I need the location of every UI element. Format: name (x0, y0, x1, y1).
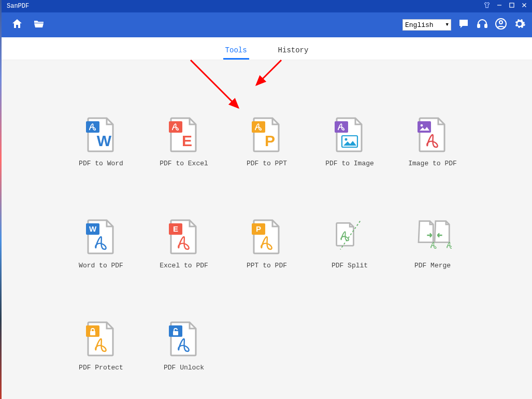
tool-excel-to-pdf[interactable]: E Excel to PDF (153, 219, 215, 269)
tool-pdf-split[interactable]: PDF Split (319, 219, 381, 269)
tool-pdf-to-word[interactable]: W PDF to Word (70, 117, 132, 167)
minimize-button[interactable] (496, 2, 503, 11)
pdf-merge-icon (418, 219, 448, 254)
excel-to-pdf-label: Excel to PDF (160, 262, 208, 269)
pdf-to-excel-icon: E (169, 117, 199, 152)
dropdown-icon: ▼ (446, 22, 449, 27)
image-to-pdf-icon (418, 117, 448, 152)
tab-tools[interactable]: Tools (220, 46, 252, 60)
svg-rect-34 (173, 331, 178, 335)
svg-text:P: P (256, 224, 261, 233)
pdf-to-word-label: PDF to Word (79, 160, 123, 167)
feedback-icon[interactable] (457, 18, 470, 32)
excel-to-pdf-icon: E (169, 219, 199, 254)
account-icon[interactable] (495, 18, 507, 32)
pdf-split-icon (335, 219, 365, 254)
svg-rect-32 (90, 331, 95, 335)
svg-line-11 (191, 60, 238, 108)
svg-line-12 (256, 60, 281, 85)
tool-pdf-merge[interactable]: PDF Merge (401, 219, 464, 269)
titlebar: SanPDF (2, 0, 532, 12)
ppt-to-pdf-label: PPT to PDF (247, 262, 287, 269)
tool-pdf-to-image[interactable]: PDF to Image (319, 117, 381, 167)
word-to-pdf-label: Word to PDF (79, 262, 123, 269)
tool-ppt-to-pdf[interactable]: P PPT to PDF (236, 219, 298, 269)
pdf-split-label: PDF Split (332, 262, 368, 269)
pdf-to-image-icon (335, 117, 365, 152)
svg-point-21 (345, 138, 348, 141)
svg-rect-7 (478, 24, 480, 27)
pdf-protect-icon (86, 321, 116, 357)
language-value: English (405, 21, 434, 29)
svg-point-5 (463, 22, 464, 23)
pdf-to-excel-label: PDF to Excel (160, 160, 208, 167)
tool-pdf-to-excel[interactable]: E PDF to Excel (153, 117, 215, 167)
tool-word-to-pdf[interactable]: W Word to PDF (70, 219, 132, 269)
pdf-to-ppt-icon: P (252, 117, 282, 152)
support-icon[interactable] (476, 18, 488, 32)
pdf-to-ppt-label: PDF to PPT (247, 160, 287, 167)
tshirt-icon[interactable] (483, 2, 491, 11)
svg-text:W: W (89, 224, 97, 233)
pdf-unlock-icon (169, 321, 199, 357)
toolbar: English ▼ (2, 12, 532, 37)
svg-rect-22 (418, 121, 431, 133)
tool-pdf-protect[interactable]: PDF Protect (70, 321, 132, 372)
maximize-button[interactable] (508, 2, 515, 11)
annotation-arrow-left (185, 56, 248, 115)
language-select[interactable]: English ▼ (402, 19, 451, 31)
tool-pdf-unlock[interactable]: PDF Unlock (153, 321, 215, 372)
pdf-protect-label: PDF Protect (79, 364, 123, 372)
svg-rect-1 (510, 3, 514, 7)
open-folder-button[interactable] (33, 18, 45, 32)
main-area: W PDF to Word E PDF to Excel P PDF to PP… (2, 60, 532, 399)
close-button[interactable] (521, 2, 528, 11)
svg-text:W: W (97, 132, 112, 149)
svg-point-10 (499, 21, 502, 24)
pdf-merge-label: PDF Merge (414, 262, 451, 269)
svg-point-4 (462, 22, 463, 23)
tool-pdf-to-ppt[interactable]: P PDF to PPT (236, 117, 298, 167)
settings-icon[interactable] (513, 18, 526, 32)
tabbar: Tools History (2, 37, 532, 60)
tab-history[interactable]: History (273, 46, 314, 60)
window-controls (483, 2, 528, 11)
pdf-to-word-icon: W (86, 117, 116, 152)
word-to-pdf-icon: W (86, 219, 116, 254)
svg-point-23 (421, 124, 423, 127)
app-title: SanPDF (7, 3, 29, 10)
ppt-to-pdf-icon: P (252, 219, 282, 254)
svg-point-6 (465, 22, 466, 23)
home-button[interactable] (11, 18, 23, 32)
svg-text:E: E (173, 224, 178, 233)
svg-rect-8 (485, 24, 487, 27)
pdf-unlock-label: PDF Unlock (164, 364, 204, 372)
tool-image-to-pdf[interactable]: Image to PDF (401, 117, 464, 167)
svg-text:P: P (265, 132, 275, 149)
svg-text:E: E (182, 132, 192, 149)
annotation-arrow-right (250, 56, 286, 94)
image-to-pdf-label: Image to PDF (408, 160, 457, 167)
pdf-to-image-label: PDF to Image (325, 160, 374, 167)
